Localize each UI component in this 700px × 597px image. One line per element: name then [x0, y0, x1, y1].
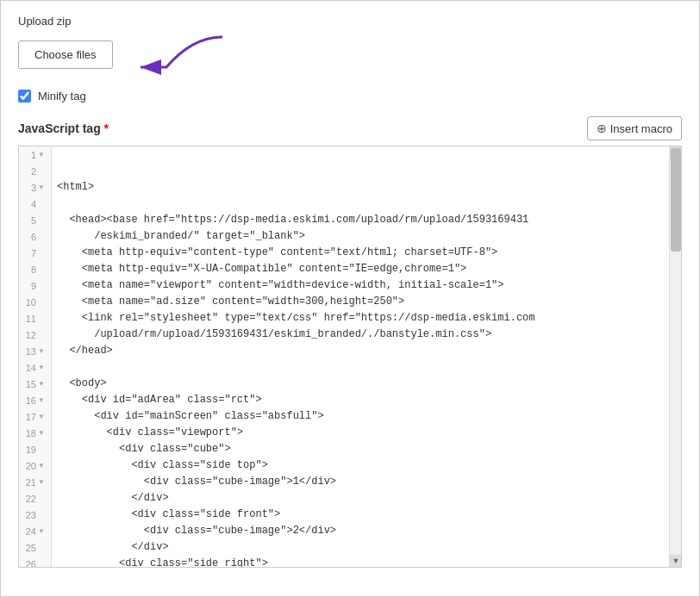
- code-line: <meta name="ad.size" content="width=300,…: [57, 294, 664, 310]
- line-num: 22: [22, 494, 36, 504]
- line-number-row: 6: [19, 228, 51, 245]
- code-line: /eskimi_branded/" target="_blank">: [57, 228, 664, 245]
- code-line: <meta http-equiv="X-UA-Compatible" conte…: [57, 261, 664, 277]
- line-num: 17: [22, 412, 36, 422]
- js-tag-title: JavaScript tag *: [18, 121, 109, 135]
- code-line: <meta http-equiv="content-type" content=…: [57, 245, 664, 261]
- line-number-row: 11: [19, 310, 51, 326]
- scrollbar[interactable]: ▲ ▼: [669, 146, 681, 567]
- code-line: <head><base href="https://dsp-media.eski…: [57, 212, 664, 228]
- line-num: 9: [22, 281, 36, 291]
- fold-arrow[interactable]: ▼: [38, 151, 45, 159]
- line-number-row: 22: [19, 490, 51, 507]
- fold-arrow[interactable]: ▼: [38, 527, 45, 535]
- minify-label: Minify tag: [38, 90, 86, 103]
- line-num: 16: [22, 395, 36, 406]
- line-number-row: 2: [19, 163, 51, 179]
- line-num: 24: [22, 526, 36, 537]
- fold-arrow[interactable]: ▼: [38, 478, 45, 486]
- code-line: [57, 359, 664, 376]
- line-number-row: 19: [19, 441, 51, 457]
- line-num: 18: [22, 428, 36, 438]
- line-num: 7: [22, 248, 36, 258]
- minify-checkbox[interactable]: [18, 90, 31, 103]
- upload-section: Upload zip Choose files: [18, 15, 682, 76]
- line-number-row: 23: [19, 507, 51, 523]
- code-line: <div class="side front">: [57, 507, 664, 523]
- fold-arrow[interactable]: ▼: [38, 364, 45, 371]
- line-num: 3: [22, 183, 36, 193]
- line-number-row: 15▼: [19, 376, 51, 392]
- line-number-row: 26: [19, 556, 51, 567]
- line-num: 1: [22, 150, 36, 160]
- line-number-row: 13▼: [19, 343, 51, 359]
- code-line: <div id="adArea" class="rct">: [57, 392, 664, 408]
- main-container: Upload zip Choose files Minify tag JavaS…: [0, 0, 700, 597]
- line-number-row: 4: [19, 196, 51, 212]
- line-num: 13: [22, 346, 36, 357]
- fold-arrow[interactable]: ▼: [38, 347, 45, 355]
- line-number-row: 12: [19, 326, 51, 343]
- line-num: 4: [22, 199, 36, 209]
- line-num: 25: [22, 543, 36, 553]
- line-num: 19: [22, 445, 36, 455]
- line-num: 11: [22, 314, 36, 324]
- line-number-row: 16▼: [19, 392, 51, 408]
- insert-macro-label: Insert macro: [610, 122, 672, 135]
- code-line: <div class="viewport">: [57, 425, 664, 441]
- fold-arrow[interactable]: ▼: [38, 396, 45, 404]
- scrollbar-down-arrow[interactable]: ▼: [670, 555, 682, 567]
- upload-row: Choose files: [18, 33, 682, 76]
- fold-arrow[interactable]: ▼: [38, 380, 45, 388]
- line-num: 23: [22, 510, 36, 520]
- fold-arrow[interactable]: ▼: [38, 413, 45, 420]
- line-number-row: 25: [19, 539, 51, 556]
- line-num: 12: [22, 330, 36, 340]
- arrow-icon: [123, 33, 227, 76]
- code-line: <html>: [57, 179, 664, 196]
- line-num: 21: [22, 477, 36, 488]
- fold-arrow[interactable]: ▼: [38, 429, 45, 437]
- line-number-row: 9: [19, 277, 51, 294]
- code-line: /upload/rm/upload/1593169431/eskimi_bran…: [57, 326, 664, 343]
- fold-arrow[interactable]: ▼: [38, 183, 45, 191]
- js-tag-section: JavaScript tag * ⊕ Insert macro 1▼23▼456…: [18, 116, 682, 568]
- line-number-row: 1▼: [19, 146, 51, 163]
- line-num: 20: [22, 461, 36, 471]
- line-number-row: 10: [19, 294, 51, 310]
- required-star: *: [104, 121, 109, 135]
- line-num: 10: [22, 297, 36, 308]
- line-number-row: 21▼: [19, 474, 51, 490]
- js-tag-header: JavaScript tag * ⊕ Insert macro: [18, 116, 682, 140]
- line-number-row: 3▼: [19, 179, 51, 196]
- code-line: </div>: [57, 490, 664, 507]
- line-num: 26: [22, 559, 36, 568]
- line-numbers: 1▼23▼45678910111213▼14▼15▼16▼17▼18▼1920▼…: [19, 146, 52, 567]
- minify-section: Minify tag: [18, 90, 682, 103]
- code-line: <div class="cube">: [57, 441, 664, 457]
- line-number-row: 17▼: [19, 408, 51, 425]
- choose-files-button[interactable]: Choose files: [18, 40, 113, 69]
- code-line: </div>: [57, 539, 664, 556]
- code-line: <link rel="stylesheet" type="text/css" h…: [57, 310, 664, 326]
- insert-macro-button[interactable]: ⊕ Insert macro: [587, 116, 682, 140]
- line-number-row: 20▼: [19, 457, 51, 474]
- code-line: <div class="side right">: [57, 556, 664, 567]
- line-number-row: 7: [19, 245, 51, 261]
- code-editor: 1▼23▼45678910111213▼14▼15▼16▼17▼18▼1920▼…: [18, 146, 682, 568]
- line-num: 5: [22, 215, 36, 226]
- fold-arrow[interactable]: ▼: [38, 462, 45, 470]
- code-content[interactable]: <html> <head><base href="https://dsp-med…: [52, 146, 669, 567]
- code-line: <div class="side top">: [57, 457, 664, 474]
- code-line: </head>: [57, 343, 664, 359]
- upload-label: Upload zip: [18, 15, 682, 28]
- line-num: 14: [22, 363, 36, 373]
- line-number-row: 8: [19, 261, 51, 277]
- code-line: <div class="cube-image">2</div>: [57, 523, 664, 539]
- line-number-row: 14▼: [19, 359, 51, 376]
- scrollbar-thumb[interactable]: [671, 148, 681, 252]
- line-number-row: 5: [19, 212, 51, 228]
- line-num: 6: [22, 232, 36, 242]
- line-number-row: 24▼: [19, 523, 51, 539]
- line-number-row: 18▼: [19, 425, 51, 441]
